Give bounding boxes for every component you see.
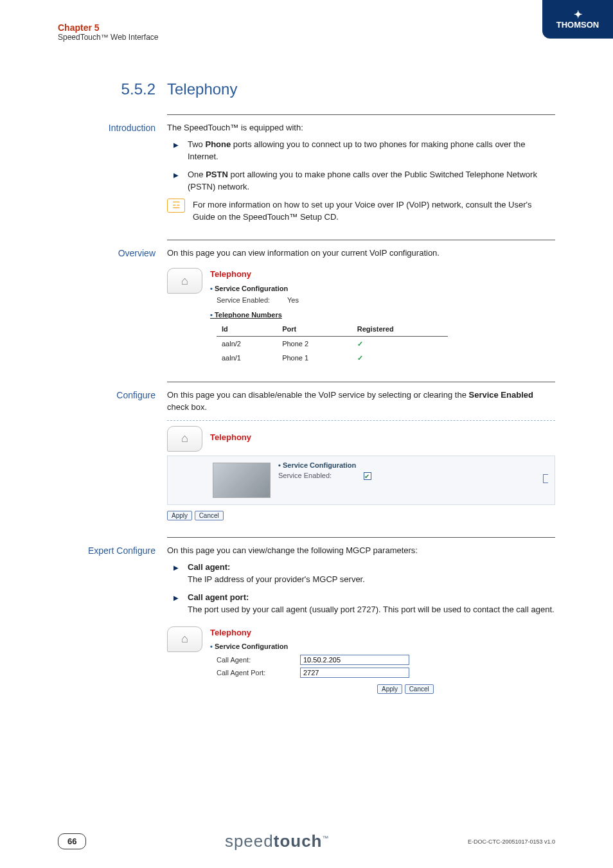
service-enabled-value: Yes — [287, 296, 299, 304]
telephone-numbers-table: Id Port Registered aaln/2 Phone 2 ✓ aaln… — [217, 323, 448, 366]
section-heading: 5.5.2 Telephony — [58, 80, 555, 98]
overview-panel-title: Telephony — [210, 268, 555, 281]
thomson-logo-icon: ✦ — [574, 10, 582, 20]
expert-text: On this page you can view/change the fol… — [167, 544, 555, 557]
service-enabled-label: Service Enabled: — [217, 295, 287, 306]
chapter-header: Chapter 5 SpeedTouch™ Web Interface — [58, 22, 555, 42]
col-registered: Registered — [352, 323, 448, 336]
apply-button[interactable]: Apply — [377, 684, 402, 694]
intro-bullet: One PSTN port allowing you to make phone… — [167, 168, 555, 193]
apply-button[interactable]: Apply — [167, 511, 192, 520]
section-number: 5.5.2 — [58, 80, 167, 98]
check-icon: ✓ — [352, 351, 448, 366]
device-icon: ⌂ — [167, 426, 202, 452]
device-icon: ⌂ — [167, 268, 202, 294]
divider — [167, 240, 555, 240]
call-agent-label: Call Agent: — [217, 655, 300, 666]
service-enabled-label: Service Enabled: — [278, 470, 362, 481]
cancel-button[interactable]: Cancel — [195, 511, 224, 520]
expert-configure-label: Expert Configure — [58, 544, 167, 695]
overview-label: Overview — [58, 247, 167, 366]
divider — [167, 114, 555, 115]
service-configuration-heading: Service Configuration — [210, 283, 555, 294]
device-photo — [213, 463, 271, 498]
footer-brand: speedtouch™ — [225, 831, 330, 851]
expert-panel-title: Telephony — [210, 626, 555, 639]
service-configuration-heading: Service Configuration — [210, 641, 555, 652]
configure-panel-title: Telephony — [210, 431, 251, 444]
panel-cutoff — [543, 474, 548, 483]
service-enabled-checkbox[interactable] — [364, 472, 371, 480]
expert-item: Call agent port: The port used by your c… — [167, 591, 555, 616]
telephone-numbers-heading: Telephone Numbers — [210, 310, 555, 321]
page-footer: 66 speedtouch™ E-DOC-CTC-20051017-0153 v… — [58, 831, 555, 851]
brand-badge: ✦ THOMSON — [542, 0, 613, 39]
device-icon: ⌂ — [167, 626, 202, 652]
call-agent-port-label: Call Agent Port: — [217, 668, 300, 678]
configure-text: On this page you can disable/enable the … — [167, 389, 555, 414]
doc-id: E-DOC-CTC-20051017-0153 v1.0 — [468, 838, 555, 845]
intro-info: For more information on how to set up yo… — [193, 199, 555, 224]
call-agent-input[interactable] — [300, 655, 409, 665]
cancel-button[interactable]: Cancel — [405, 684, 434, 694]
check-icon: ✓ — [352, 336, 448, 351]
brand-name: THOMSON — [556, 20, 599, 30]
divider — [167, 382, 555, 382]
intro-lead: The SpeedTouch™ is equipped with: — [167, 121, 555, 134]
overview-text: On this page you can view information on… — [167, 247, 555, 260]
configure-label: Configure — [58, 389, 167, 522]
section-title: Telephony — [167, 80, 237, 98]
info-icon: ☲ — [167, 199, 185, 213]
service-configuration-heading: • Service Configuration — [278, 461, 356, 469]
chapter-subtitle: SpeedTouch™ Web Interface — [58, 33, 555, 42]
table-row: aaln/2 Phone 2 ✓ — [217, 336, 448, 351]
table-row: aaln/1 Phone 1 ✓ — [217, 351, 448, 366]
chapter-title: Chapter 5 — [58, 22, 555, 33]
col-id: Id — [217, 323, 277, 336]
call-agent-port-input[interactable] — [300, 668, 409, 678]
configure-panel: • Service Configuration Service Enabled: — [167, 456, 555, 505]
divider — [167, 537, 555, 538]
page-number: 66 — [58, 833, 86, 849]
expert-item: Call agent: The IP address of your provi… — [167, 561, 555, 586]
intro-label: Introduction — [58, 121, 167, 224]
intro-bullet: Two Phone ports allowing you to connect … — [167, 138, 555, 163]
col-port: Port — [277, 323, 352, 336]
